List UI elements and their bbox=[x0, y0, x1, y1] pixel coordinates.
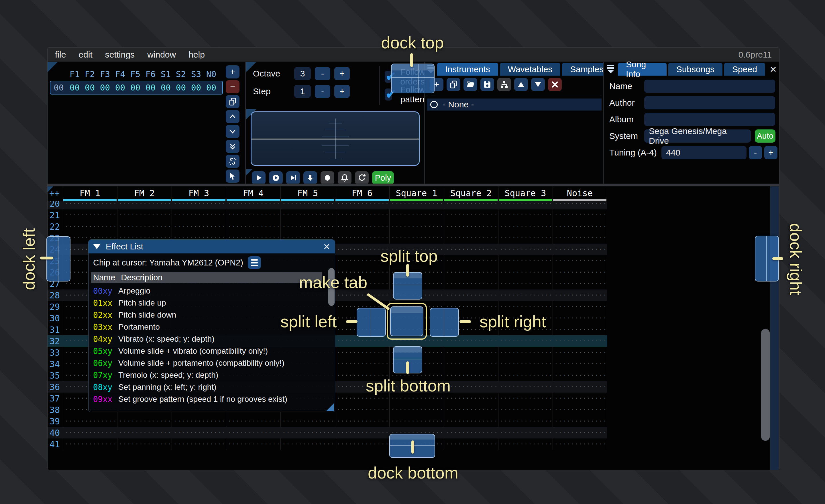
pattern-cell[interactable]: ············· bbox=[552, 384, 607, 390]
instrument-duplicate-button[interactable] bbox=[447, 78, 460, 91]
play-to-cursor-button[interactable] bbox=[286, 171, 300, 184]
poly-button[interactable]: Poly bbox=[372, 171, 394, 184]
panel-splitter[interactable] bbox=[603, 62, 604, 186]
effect-row[interactable]: 06xyVolume slide + portamento (compatibi… bbox=[91, 357, 328, 369]
pattern-cell[interactable]: ············· bbox=[552, 429, 607, 436]
pattern-cell[interactable]: ············· bbox=[389, 406, 444, 413]
channel-header-fm-5[interactable]: FM 5 bbox=[281, 186, 335, 201]
pattern-cell[interactable]: ············· bbox=[444, 395, 498, 402]
pattern-cell[interactable]: ············· bbox=[117, 418, 171, 425]
pattern-cell[interactable]: ············· bbox=[498, 223, 552, 230]
pattern-cell[interactable]: ············· bbox=[552, 235, 607, 241]
pattern-cell[interactable]: ············· bbox=[335, 223, 389, 230]
channel-header-fm-6[interactable]: FM 6 bbox=[335, 186, 389, 201]
pattern-cell[interactable]: ············· bbox=[498, 349, 552, 356]
panel-splitter[interactable] bbox=[245, 62, 246, 186]
step-plus-button[interactable]: + bbox=[334, 85, 350, 98]
pattern-cell[interactable]: ············· bbox=[226, 418, 281, 425]
channel-header-square-3[interactable]: Square 3 bbox=[498, 186, 552, 201]
orders-column-f1[interactable]: F1 bbox=[67, 69, 82, 79]
pattern-cell[interactable]: ············· bbox=[117, 223, 171, 230]
tab-instruments[interactable]: Instruments bbox=[437, 63, 498, 76]
tuning-field[interactable]: 440 bbox=[661, 146, 747, 159]
tab-song-info[interactable]: Song Info bbox=[618, 63, 667, 76]
pattern-cell[interactable]: ············· bbox=[389, 212, 444, 219]
pattern-cell[interactable]: ············· bbox=[444, 406, 498, 413]
pattern-cell[interactable]: ············· bbox=[335, 418, 389, 425]
pattern-cell[interactable]: ············· bbox=[552, 280, 607, 287]
pattern-cell[interactable]: ············· bbox=[444, 384, 498, 390]
order-move-down-button[interactable] bbox=[226, 125, 239, 138]
effect-table-header[interactable]: Name Description bbox=[91, 272, 322, 283]
make-tab-target[interactable] bbox=[390, 307, 424, 336]
pattern-cell[interactable]: ············· bbox=[552, 395, 607, 402]
pattern-cell[interactable]: ············· bbox=[552, 303, 607, 310]
pattern-cell[interactable]: ············· bbox=[552, 360, 607, 367]
tuning-minus-button[interactable]: - bbox=[749, 146, 762, 159]
orders-column-f6[interactable]: F6 bbox=[143, 69, 158, 79]
channel-header-noise[interactable]: Noise bbox=[552, 186, 607, 201]
pattern-cell[interactable]: ············· bbox=[552, 292, 607, 299]
pattern-cell[interactable]: ············· bbox=[498, 418, 552, 425]
effect-row[interactable]: 08xySet panning (x: left; y: right) bbox=[91, 381, 328, 393]
order-cursor-follow-button[interactable] bbox=[226, 170, 239, 183]
pattern-cell[interactable]: ············· bbox=[171, 212, 226, 219]
menu-edit[interactable]: edit bbox=[78, 50, 92, 60]
close-icon[interactable]: ✕ bbox=[767, 63, 779, 76]
split-target-right[interactable] bbox=[430, 308, 459, 337]
pattern-cell[interactable]: ············· bbox=[281, 223, 335, 230]
follow-orders-checkbox[interactable]: ✔ bbox=[385, 71, 392, 83]
follow-pattern-checkbox[interactable]: ✔ bbox=[385, 88, 392, 100]
pattern-cell[interactable]: ············· bbox=[226, 212, 281, 219]
pattern-cell[interactable]: ············· bbox=[389, 418, 444, 425]
split-target-left[interactable] bbox=[357, 308, 386, 337]
pattern-cell[interactable]: ············· bbox=[552, 246, 607, 253]
collapse-triangle-icon[interactable] bbox=[93, 244, 100, 249]
order-move-bottom-button[interactable] bbox=[226, 140, 239, 153]
album-field[interactable] bbox=[644, 113, 775, 126]
pattern-cell[interactable]: ············· bbox=[444, 418, 498, 425]
step-play-button[interactable] bbox=[303, 171, 317, 184]
pattern-cell[interactable]: ············· bbox=[552, 326, 607, 333]
pattern-cell[interactable]: ············· bbox=[281, 429, 335, 436]
pattern-cell[interactable]: ············· bbox=[335, 360, 389, 367]
pattern-cell[interactable]: ············· bbox=[335, 441, 389, 447]
pattern-cell[interactable]: ············· bbox=[117, 441, 171, 447]
pattern-cell[interactable]: ············· bbox=[552, 223, 607, 230]
pattern-cell[interactable]: ············· bbox=[335, 429, 389, 436]
pattern-cell[interactable]: ············· bbox=[552, 315, 607, 322]
pattern-cell[interactable]: ············· bbox=[498, 384, 552, 390]
horizontal-splitter[interactable] bbox=[48, 183, 779, 186]
order-cell[interactable]: 00 bbox=[97, 83, 112, 92]
order-cell[interactable]: 00 bbox=[189, 83, 204, 92]
add-channel-button[interactable]: ++ bbox=[49, 188, 60, 198]
effect-row[interactable]: 01xxPitch slide up bbox=[91, 297, 328, 309]
pattern-cell[interactable]: ············· bbox=[281, 418, 335, 425]
pattern-cell[interactable]: ············· bbox=[281, 201, 335, 207]
pattern-cell[interactable]: ············· bbox=[444, 338, 498, 344]
play-button[interactable] bbox=[252, 171, 266, 184]
pattern-cell[interactable]: ············· bbox=[335, 406, 389, 413]
channel-header-fm-3[interactable]: FM 3 bbox=[171, 186, 226, 201]
effect-row[interactable]: 04xyVibrato (x: speed; y: depth) bbox=[91, 333, 328, 345]
pattern-cell[interactable]: ············· bbox=[171, 429, 226, 436]
pattern-cell[interactable]: ············· bbox=[444, 223, 498, 230]
pattern-cell[interactable]: ············· bbox=[335, 349, 389, 356]
pattern-cell[interactable]: ············· bbox=[552, 212, 607, 219]
pattern-cell[interactable]: ············· bbox=[63, 201, 117, 207]
pattern-cell[interactable]: ············· bbox=[389, 201, 444, 207]
menu-window[interactable]: window bbox=[147, 50, 176, 60]
dock-target-top[interactable] bbox=[391, 64, 435, 93]
effect-row[interactable]: 09xxSet groove pattern (speed 1 if no gr… bbox=[91, 393, 328, 405]
order-cell[interactable]: 00 bbox=[128, 83, 143, 92]
pattern-cell[interactable]: ············· bbox=[389, 235, 444, 241]
instrument-save-button[interactable] bbox=[480, 78, 494, 91]
order-cell[interactable]: 00 bbox=[143, 83, 158, 92]
pattern-cell[interactable]: ············· bbox=[444, 372, 498, 379]
pattern-cell[interactable]: ············· bbox=[498, 372, 552, 379]
pattern-cell[interactable]: ············· bbox=[552, 257, 607, 264]
orders-column-n0[interactable]: N0 bbox=[204, 69, 219, 79]
pattern-cell[interactable]: ············· bbox=[552, 349, 607, 356]
order-row-index[interactable]: 00 bbox=[51, 83, 67, 92]
orders-column-f2[interactable]: F2 bbox=[82, 69, 97, 79]
